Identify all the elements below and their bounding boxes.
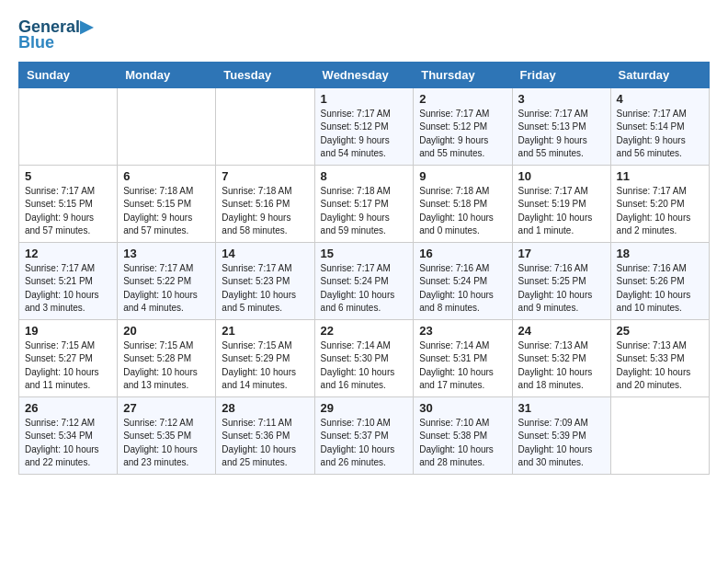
day-info: Sunrise: 7:17 AM Sunset: 5:23 PM Dayligh… [222,262,308,316]
day-number: 3 [518,92,605,106]
calendar-cell: 30Sunrise: 7:10 AM Sunset: 5:38 PM Dayli… [414,396,512,474]
calendar-cell: 28Sunrise: 7:11 AM Sunset: 5:36 PM Dayli… [216,396,314,474]
day-number: 4 [617,92,703,106]
day-number: 14 [222,247,308,260]
day-info: Sunrise: 7:16 AM Sunset: 5:26 PM Dayligh… [617,262,703,316]
calendar-cell: 9Sunrise: 7:18 AM Sunset: 5:18 PM Daylig… [414,165,512,242]
calendar-cell: 29Sunrise: 7:10 AM Sunset: 5:37 PM Dayli… [314,396,414,474]
calendar-cell: 8Sunrise: 7:18 AM Sunset: 5:17 PM Daylig… [314,165,414,242]
day-number: 15 [321,247,408,260]
day-number: 28 [222,401,308,415]
calendar-cell: 2Sunrise: 7:17 AM Sunset: 5:12 PM Daylig… [414,87,512,165]
calendar-week-row: 12Sunrise: 7:17 AM Sunset: 5:21 PM Dayli… [19,242,710,319]
day-number: 1 [321,92,408,106]
day-info: Sunrise: 7:17 AM Sunset: 5:14 PM Dayligh… [617,108,703,161]
weekday-header: Saturday [610,62,709,87]
day-info: Sunrise: 7:12 AM Sunset: 5:34 PM Dayligh… [25,417,111,470]
day-info: Sunrise: 7:11 AM Sunset: 5:36 PM Dayligh… [222,417,308,470]
calendar-cell: 13Sunrise: 7:17 AM Sunset: 5:22 PM Dayli… [118,242,216,319]
day-number: 7 [222,169,308,183]
weekday-header: Friday [512,62,610,87]
day-number: 10 [518,169,605,183]
calendar-cell: 7Sunrise: 7:18 AM Sunset: 5:16 PM Daylig… [216,165,314,242]
calendar-cell: 25Sunrise: 7:13 AM Sunset: 5:33 PM Dayli… [610,319,709,396]
weekday-header: Tuesday [216,62,314,87]
calendar-week-row: 5Sunrise: 7:17 AM Sunset: 5:15 PM Daylig… [19,165,710,242]
day-number: 31 [518,401,605,415]
day-number: 30 [419,401,506,415]
day-info: Sunrise: 7:15 AM Sunset: 5:28 PM Dayligh… [123,339,210,393]
calendar-cell: 6Sunrise: 7:18 AM Sunset: 5:15 PM Daylig… [118,165,216,242]
calendar-cell: 23Sunrise: 7:14 AM Sunset: 5:31 PM Dayli… [414,319,512,396]
weekday-header: Sunday [19,62,118,87]
calendar-table: SundayMondayTuesdayWednesdayThursdayFrid… [18,62,710,475]
calendar-header-row: SundayMondayTuesdayWednesdayThursdayFrid… [19,62,710,87]
day-number: 29 [321,401,408,415]
day-info: Sunrise: 7:13 AM Sunset: 5:32 PM Dayligh… [518,339,605,393]
day-info: Sunrise: 7:18 AM Sunset: 5:15 PM Dayligh… [123,185,210,238]
day-number: 12 [25,247,111,260]
logo: General▶ Blue [18,18,97,52]
calendar-cell: 26Sunrise: 7:12 AM Sunset: 5:34 PM Dayli… [19,396,118,474]
calendar-cell: 21Sunrise: 7:15 AM Sunset: 5:29 PM Dayli… [216,319,314,396]
calendar-cell: 4Sunrise: 7:17 AM Sunset: 5:14 PM Daylig… [610,87,709,165]
calendar-cell: 16Sunrise: 7:16 AM Sunset: 5:24 PM Dayli… [414,242,512,319]
day-number: 21 [222,324,308,338]
calendar-cell: 11Sunrise: 7:17 AM Sunset: 5:20 PM Dayli… [610,165,709,242]
day-info: Sunrise: 7:10 AM Sunset: 5:37 PM Dayligh… [321,417,408,470]
day-info: Sunrise: 7:15 AM Sunset: 5:27 PM Dayligh… [25,339,111,393]
day-info: Sunrise: 7:16 AM Sunset: 5:24 PM Dayligh… [419,262,506,316]
day-info: Sunrise: 7:09 AM Sunset: 5:39 PM Dayligh… [518,417,605,470]
calendar-week-row: 1Sunrise: 7:17 AM Sunset: 5:12 PM Daylig… [19,87,710,165]
day-number: 5 [25,169,111,183]
calendar-cell [216,87,314,165]
day-number: 8 [321,169,408,183]
day-info: Sunrise: 7:18 AM Sunset: 5:16 PM Dayligh… [222,185,308,238]
calendar-cell [19,87,118,165]
day-number: 19 [25,324,111,338]
day-info: Sunrise: 7:17 AM Sunset: 5:24 PM Dayligh… [321,262,408,316]
calendar-cell: 10Sunrise: 7:17 AM Sunset: 5:19 PM Dayli… [512,165,610,242]
day-number: 2 [419,92,506,106]
calendar-week-row: 19Sunrise: 7:15 AM Sunset: 5:27 PM Dayli… [19,319,710,396]
day-number: 18 [617,247,703,260]
day-number: 20 [123,324,210,338]
day-number: 24 [518,324,605,338]
day-info: Sunrise: 7:17 AM Sunset: 5:22 PM Dayligh… [123,262,210,316]
calendar-cell: 24Sunrise: 7:13 AM Sunset: 5:32 PM Dayli… [512,319,610,396]
calendar-cell: 15Sunrise: 7:17 AM Sunset: 5:24 PM Dayli… [314,242,414,319]
day-number: 6 [123,169,210,183]
calendar-cell: 14Sunrise: 7:17 AM Sunset: 5:23 PM Dayli… [216,242,314,319]
calendar-cell: 3Sunrise: 7:17 AM Sunset: 5:13 PM Daylig… [512,87,610,165]
calendar-cell: 31Sunrise: 7:09 AM Sunset: 5:39 PM Dayli… [512,396,610,474]
calendar-cell: 17Sunrise: 7:16 AM Sunset: 5:25 PM Dayli… [512,242,610,319]
day-info: Sunrise: 7:13 AM Sunset: 5:33 PM Dayligh… [617,339,703,393]
day-number: 13 [123,247,210,260]
day-info: Sunrise: 7:17 AM Sunset: 5:15 PM Dayligh… [25,185,111,238]
day-info: Sunrise: 7:17 AM Sunset: 5:21 PM Dayligh… [25,262,111,316]
page-header: General▶ Blue [18,18,710,52]
day-info: Sunrise: 7:16 AM Sunset: 5:25 PM Dayligh… [518,262,605,316]
weekday-header: Thursday [414,62,512,87]
calendar-cell: 19Sunrise: 7:15 AM Sunset: 5:27 PM Dayli… [19,319,118,396]
day-info: Sunrise: 7:14 AM Sunset: 5:31 PM Dayligh… [419,339,506,393]
calendar-cell: 5Sunrise: 7:17 AM Sunset: 5:15 PM Daylig… [19,165,118,242]
day-info: Sunrise: 7:10 AM Sunset: 5:38 PM Dayligh… [419,417,506,470]
day-info: Sunrise: 7:18 AM Sunset: 5:18 PM Dayligh… [419,185,506,238]
day-info: Sunrise: 7:17 AM Sunset: 5:20 PM Dayligh… [617,185,703,238]
day-info: Sunrise: 7:18 AM Sunset: 5:17 PM Dayligh… [321,185,408,238]
calendar-cell [118,87,216,165]
day-info: Sunrise: 7:17 AM Sunset: 5:12 PM Dayligh… [321,108,408,161]
weekday-header: Wednesday [314,62,414,87]
calendar-week-row: 26Sunrise: 7:12 AM Sunset: 5:34 PM Dayli… [19,396,710,474]
day-info: Sunrise: 7:15 AM Sunset: 5:29 PM Dayligh… [222,339,308,393]
day-number: 9 [419,169,506,183]
day-info: Sunrise: 7:17 AM Sunset: 5:13 PM Dayligh… [518,108,605,161]
day-number: 16 [419,247,506,260]
day-number: 25 [617,324,703,338]
day-info: Sunrise: 7:14 AM Sunset: 5:30 PM Dayligh… [321,339,408,393]
calendar-cell: 27Sunrise: 7:12 AM Sunset: 5:35 PM Dayli… [118,396,216,474]
weekday-header: Monday [118,62,216,87]
day-info: Sunrise: 7:17 AM Sunset: 5:19 PM Dayligh… [518,185,605,238]
day-number: 11 [617,169,703,183]
